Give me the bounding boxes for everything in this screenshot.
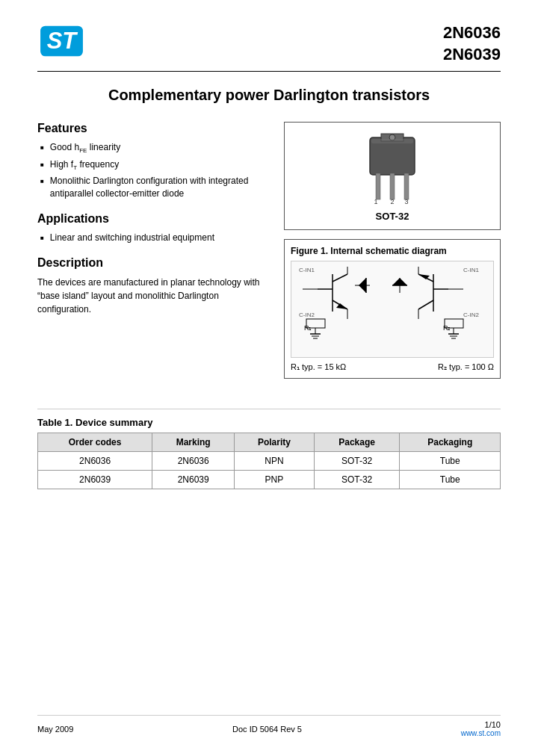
svg-rect-11 bbox=[371, 139, 413, 143]
col-polarity: Polarity bbox=[235, 433, 315, 452]
applications-title: Applications bbox=[37, 212, 269, 226]
cell-order-code-1: 2N6036 bbox=[38, 452, 152, 471]
main-title: Complementary power Darlington transisto… bbox=[37, 87, 501, 104]
description-title: Description bbox=[37, 256, 269, 270]
table-title: Table 1. Device summary bbox=[37, 417, 501, 428]
col-packaging: Packaging bbox=[400, 433, 501, 452]
transistor-image: 1 2 3 bbox=[347, 130, 437, 205]
package-box: 1 2 3 SOT-32 bbox=[284, 122, 501, 230]
part-numbers: 2N6036 2N6039 bbox=[443, 22, 501, 65]
col-order-codes: Order codes bbox=[38, 433, 152, 452]
svg-rect-6 bbox=[390, 173, 395, 199]
footer: May 2009 Doc ID 5064 Rev 5 1/10 www.st.c… bbox=[37, 715, 501, 737]
cell-polarity-2: PNP bbox=[235, 471, 315, 489]
feature-text-3: Monolithic Darlington configuration with… bbox=[50, 175, 269, 200]
col-package: Package bbox=[314, 433, 400, 452]
table-header: Order codes Marking Polarity Package Pac… bbox=[38, 433, 501, 452]
svg-rect-7 bbox=[404, 173, 409, 199]
table-section: Table 1. Device summary Order codes Mark… bbox=[37, 409, 501, 489]
part-number-1: 2N6036 bbox=[443, 22, 501, 44]
st-logo: ST bbox=[37, 22, 90, 63]
figure-title: Figure 1. Internal schematic diagram bbox=[291, 246, 494, 256]
table-title-text: Device summary bbox=[75, 417, 152, 428]
footer-right: 1/10 www.st.com bbox=[461, 720, 501, 737]
table-body: 2N6036 2N6036 NPN SOT-32 Tube 2N6039 2N6… bbox=[38, 452, 501, 489]
svg-text:C-IN1: C-IN1 bbox=[299, 267, 315, 273]
svg-text:C-IN2: C-IN2 bbox=[299, 312, 315, 318]
schematic-area: R₁ C-IN1 C-IN2 bbox=[291, 261, 494, 358]
cell-polarity-1: NPN bbox=[235, 452, 315, 471]
footer-doc-id: Doc ID 5064 Rev 5 bbox=[232, 725, 302, 734]
left-column: Features Good hFE linearity High fT freq… bbox=[37, 122, 269, 379]
device-table: Order codes Marking Polarity Package Pac… bbox=[37, 433, 501, 489]
right-column: 1 2 3 SOT-32 Figure 1. Internal schemati… bbox=[284, 122, 501, 379]
table-row: 2N6036 2N6036 NPN SOT-32 Tube bbox=[38, 452, 501, 471]
svg-text:R₁: R₁ bbox=[304, 324, 312, 332]
figure-number: Figure 1. bbox=[291, 246, 328, 256]
svg-line-34 bbox=[418, 300, 433, 309]
feature-item-2: High fT frequency bbox=[40, 158, 269, 173]
figure-title-text: Internal schematic diagram bbox=[330, 246, 446, 256]
footer-website: www.st.com bbox=[461, 729, 501, 737]
figure-container: Figure 1. Internal schematic diagram bbox=[284, 239, 501, 379]
header-divider bbox=[37, 71, 501, 72]
table-number: Table 1. bbox=[37, 417, 72, 428]
header: ST 2N6036 2N6039 bbox=[37, 22, 501, 65]
svg-text:3: 3 bbox=[404, 198, 408, 205]
cell-marking-2: 2N6039 bbox=[152, 471, 235, 489]
col-marking: Marking bbox=[152, 433, 235, 452]
svg-text:R₂: R₂ bbox=[443, 324, 451, 332]
package-label: SOT-32 bbox=[292, 211, 492, 222]
features-list: Good hFE linearity High fT frequency Mon… bbox=[37, 141, 269, 200]
cell-order-code-2: 2N6039 bbox=[38, 471, 152, 489]
application-text-1: Linear and switching industrial equipmen… bbox=[50, 232, 214, 244]
applications-list: Linear and switching industrial equipmen… bbox=[37, 232, 269, 244]
resistor-labels: R₁ typ. = 15 kΩ R₂ typ. = 100 Ω bbox=[291, 362, 494, 372]
description-text: The devices are manufactured in planar t… bbox=[37, 276, 269, 316]
feature-item-1: Good hFE linearity bbox=[40, 141, 269, 155]
svg-text:C-IN1: C-IN1 bbox=[463, 267, 479, 273]
schematic-svg: R₁ C-IN1 C-IN2 bbox=[295, 263, 489, 356]
table-row: 2N6039 2N6039 PNP SOT-32 Tube bbox=[38, 471, 501, 489]
svg-rect-5 bbox=[376, 173, 380, 199]
svg-text:C-IN2: C-IN2 bbox=[463, 312, 479, 318]
page: ST 2N6036 2N6039 Complementary power Dar… bbox=[0, 0, 538, 756]
cell-marking-1: 2N6036 bbox=[152, 452, 235, 471]
header-row: Order codes Marking Polarity Package Pac… bbox=[38, 433, 501, 452]
cell-packaging-2: Tube bbox=[400, 471, 501, 489]
svg-text:1: 1 bbox=[374, 198, 377, 205]
r2-label: R₂ typ. = 100 Ω bbox=[438, 362, 494, 372]
part-number-2: 2N6039 bbox=[443, 44, 501, 66]
feature-item-3: Monolithic Darlington configuration with… bbox=[40, 175, 269, 200]
footer-date: May 2009 bbox=[37, 725, 73, 734]
features-title: Features bbox=[37, 122, 269, 135]
feature-text-2: High fT frequency bbox=[50, 158, 119, 173]
two-column-layout: Features Good hFE linearity High fT freq… bbox=[37, 122, 501, 379]
cell-packaging-1: Tube bbox=[400, 452, 501, 471]
svg-text:2: 2 bbox=[390, 198, 394, 205]
application-item-1: Linear and switching industrial equipmen… bbox=[40, 232, 269, 244]
svg-line-14 bbox=[333, 274, 347, 282]
r1-label: R₁ typ. = 15 kΩ bbox=[291, 362, 346, 372]
feature-text-1: Good hFE linearity bbox=[50, 141, 120, 155]
svg-text:ST: ST bbox=[47, 28, 79, 54]
cell-package-1: SOT-32 bbox=[314, 452, 400, 471]
cell-package-2: SOT-32 bbox=[314, 471, 400, 489]
logo-svg: ST bbox=[37, 22, 86, 60]
footer-page: 1/10 bbox=[461, 720, 501, 729]
